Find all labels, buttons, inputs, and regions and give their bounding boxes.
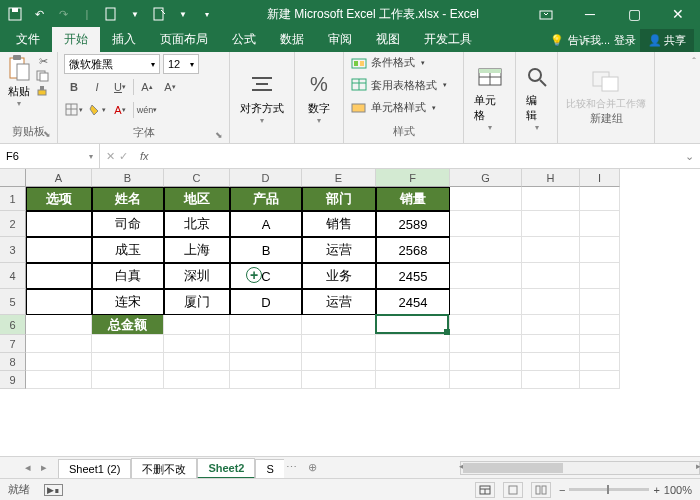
cell[interactable] bbox=[164, 353, 230, 371]
zoom-out-icon[interactable]: − bbox=[559, 484, 565, 496]
align-icon[interactable] bbox=[248, 71, 276, 99]
font-launcher-icon[interactable]: ⬊ bbox=[215, 130, 223, 140]
cell[interactable] bbox=[26, 353, 92, 371]
tab-home[interactable]: 开始 bbox=[52, 27, 100, 52]
expand-formula-icon[interactable]: ⌄ bbox=[679, 150, 700, 163]
table-cell[interactable]: A bbox=[230, 211, 302, 237]
table-cell[interactable]: 深圳 bbox=[164, 263, 230, 289]
qat-doc2-icon[interactable] bbox=[150, 5, 168, 23]
cell[interactable] bbox=[230, 335, 302, 353]
minimize-icon[interactable]: ─ bbox=[568, 0, 612, 28]
cell[interactable] bbox=[230, 371, 302, 389]
table-cell[interactable] bbox=[26, 289, 92, 315]
cell[interactable] bbox=[580, 371, 620, 389]
row-header-7[interactable]: 7 bbox=[0, 335, 26, 353]
cell[interactable] bbox=[450, 353, 522, 371]
qat-doc1-icon[interactable] bbox=[102, 5, 120, 23]
table-header[interactable]: 选项 bbox=[26, 187, 92, 211]
share-button[interactable]: 👤共享 bbox=[640, 29, 694, 52]
cell[interactable] bbox=[450, 211, 522, 237]
col-header-D[interactable]: D bbox=[230, 169, 302, 187]
cell[interactable] bbox=[450, 263, 522, 289]
redo-icon[interactable]: ↷ bbox=[54, 5, 72, 23]
tab-formula[interactable]: 公式 bbox=[220, 27, 268, 52]
sheet-nav-prev-icon[interactable]: ◂ bbox=[20, 461, 36, 474]
cell[interactable] bbox=[580, 289, 620, 315]
tell-me-icon[interactable]: 💡 bbox=[550, 34, 564, 47]
cell[interactable] bbox=[522, 289, 580, 315]
row-header-9[interactable]: 9 bbox=[0, 371, 26, 389]
table-cell[interactable]: 2455 bbox=[376, 263, 450, 289]
cell[interactable] bbox=[376, 335, 450, 353]
table-header[interactable]: 销量 bbox=[376, 187, 450, 211]
zoom-slider[interactable] bbox=[569, 488, 649, 491]
cell[interactable] bbox=[522, 315, 580, 335]
cell[interactable] bbox=[302, 335, 376, 353]
bold-button[interactable]: B bbox=[64, 77, 84, 97]
cell[interactable] bbox=[302, 353, 376, 371]
col-header-A[interactable]: A bbox=[26, 169, 92, 187]
col-header-H[interactable]: H bbox=[522, 169, 580, 187]
save-icon[interactable] bbox=[6, 5, 24, 23]
table-cell[interactable]: 司命 bbox=[92, 211, 164, 237]
undo-icon[interactable]: ↶ bbox=[30, 5, 48, 23]
font-name-select[interactable]: 微软雅黑▾ bbox=[64, 54, 160, 74]
italic-button[interactable]: I bbox=[87, 77, 107, 97]
paste-dropdown-icon[interactable]: ▾ bbox=[17, 99, 21, 108]
tab-view[interactable]: 视图 bbox=[364, 27, 412, 52]
horizontal-scrollbar[interactable]: ◂ ▸ bbox=[460, 461, 700, 475]
table-cell[interactable]: 上海 bbox=[164, 237, 230, 263]
cell[interactable] bbox=[92, 335, 164, 353]
table-cell[interactable]: 业务 bbox=[302, 263, 376, 289]
table-header[interactable]: 地区 bbox=[164, 187, 230, 211]
row-header-4[interactable]: 4 bbox=[0, 263, 26, 289]
cell[interactable] bbox=[522, 187, 580, 211]
total-label-cell[interactable]: 总金额 bbox=[92, 315, 164, 335]
cells-dropdown-icon[interactable]: ▾ bbox=[488, 123, 492, 132]
view-normal-icon[interactable] bbox=[475, 482, 495, 498]
row-header-1[interactable]: 1 bbox=[0, 187, 26, 211]
fx-icon[interactable]: fx bbox=[134, 150, 155, 162]
table-cell[interactable]: 连宋 bbox=[92, 289, 164, 315]
table-cell[interactable]: 厦门 bbox=[164, 289, 230, 315]
borders-icon[interactable]: ▾ bbox=[64, 100, 84, 120]
view-pagebreak-icon[interactable] bbox=[531, 482, 551, 498]
col-header-F[interactable]: F bbox=[376, 169, 450, 187]
font-color-icon[interactable]: A▾ bbox=[110, 100, 130, 120]
cell[interactable] bbox=[522, 211, 580, 237]
qat-dd1-icon[interactable]: ▼ bbox=[126, 5, 144, 23]
tab-file[interactable]: 文件 bbox=[4, 27, 52, 52]
sheet-tab-2[interactable]: 不删不改 bbox=[131, 458, 197, 480]
cell[interactable] bbox=[164, 371, 230, 389]
zoom-control[interactable]: − + 100% bbox=[559, 484, 692, 496]
clipboard-launcher-icon[interactable]: ⬊ bbox=[43, 129, 51, 139]
tab-data[interactable]: 数据 bbox=[268, 27, 316, 52]
cell[interactable] bbox=[580, 263, 620, 289]
cell[interactable] bbox=[376, 371, 450, 389]
cell[interactable] bbox=[580, 315, 620, 335]
format-painter-icon[interactable] bbox=[34, 84, 52, 98]
cell[interactable] bbox=[26, 335, 92, 353]
name-box[interactable]: F6▾ bbox=[0, 144, 100, 168]
col-header-E[interactable]: E bbox=[302, 169, 376, 187]
align-dropdown-icon[interactable]: ▾ bbox=[260, 116, 264, 125]
cell[interactable] bbox=[580, 353, 620, 371]
cell[interactable] bbox=[230, 353, 302, 371]
table-cell[interactable]: 2589 bbox=[376, 211, 450, 237]
macro-record-icon[interactable]: ▶∎ bbox=[44, 484, 63, 496]
cells-icon[interactable] bbox=[476, 63, 504, 91]
cell[interactable] bbox=[522, 335, 580, 353]
copy-icon[interactable] bbox=[34, 69, 52, 83]
table-cell[interactable]: 白真 bbox=[92, 263, 164, 289]
column-headers[interactable]: ABCDEFGHI bbox=[26, 169, 620, 187]
sheet-tab-more-icon[interactable]: ⋯ bbox=[284, 461, 300, 474]
col-header-B[interactable]: B bbox=[92, 169, 164, 187]
table-cell[interactable]: 2568 bbox=[376, 237, 450, 263]
ribbon-opts-icon[interactable] bbox=[524, 0, 568, 28]
number-icon[interactable]: % bbox=[305, 71, 333, 99]
conditional-format-button[interactable]: 条件格式▾ bbox=[350, 54, 457, 71]
increase-font-icon[interactable]: A▴ bbox=[137, 77, 157, 97]
maximize-icon[interactable]: ▢ bbox=[612, 0, 656, 28]
cell[interactable] bbox=[580, 211, 620, 237]
cell[interactable] bbox=[450, 315, 522, 335]
